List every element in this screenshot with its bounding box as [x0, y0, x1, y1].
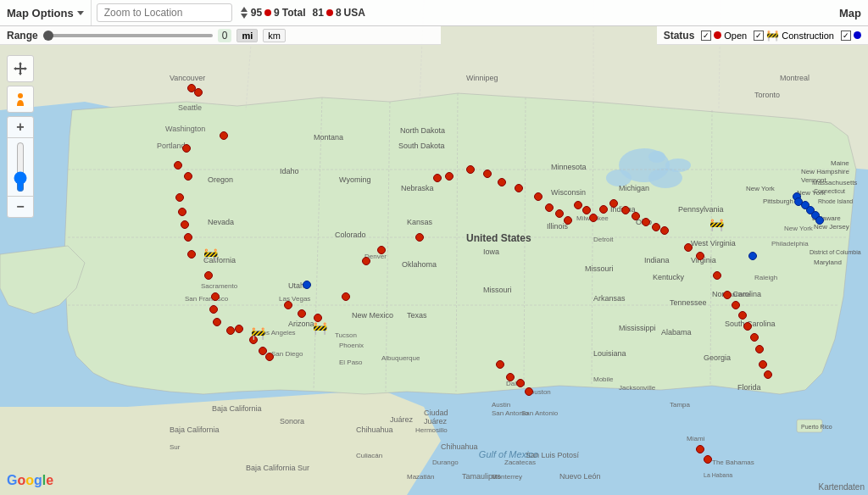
marker-red[interactable] — [534, 192, 542, 201]
open-checkbox[interactable]: ✓ — [701, 31, 711, 41]
marker-red[interactable] — [415, 233, 424, 242]
svg-text:Oregon: Oregon — [208, 175, 233, 184]
marker-red[interactable] — [696, 445, 704, 453]
search-input[interactable] — [97, 3, 232, 22]
marker-red[interactable] — [178, 208, 186, 216]
marker-red[interactable] — [750, 333, 759, 342]
marker-red[interactable] — [284, 301, 292, 309]
marker-red[interactable] — [684, 243, 693, 252]
marker-red[interactable] — [609, 199, 618, 208]
zoom-slider[interactable] — [14, 142, 26, 192]
marker-red[interactable] — [621, 206, 630, 214]
svg-text:Montana: Montana — [314, 133, 343, 142]
marker-red[interactable] — [574, 201, 582, 209]
marker-red[interactable] — [723, 291, 732, 299]
marker-red[interactable] — [498, 178, 506, 186]
marker-blue[interactable] — [748, 252, 757, 260]
marker-blue[interactable] — [303, 281, 311, 289]
svg-text:Montreal: Montreal — [780, 74, 810, 82]
marker-red[interactable] — [226, 326, 235, 335]
svg-text:North Dakota: North Dakota — [400, 126, 445, 135]
km-unit-button[interactable]: km — [263, 29, 286, 42]
svg-text:Sur: Sur — [170, 443, 181, 451]
status-construction-item[interactable]: ✓ 🚧 Construction — [754, 30, 834, 42]
marker-red[interactable] — [466, 165, 475, 174]
marker-red[interactable] — [184, 233, 192, 242]
marker-construction[interactable]: 🚧 — [251, 327, 265, 339]
marker-red[interactable] — [213, 318, 221, 326]
zoom-in-button[interactable]: + — [7, 117, 34, 137]
marker-red[interactable] — [265, 353, 274, 361]
marker-red[interactable] — [555, 209, 564, 218]
svg-text:Missouri: Missouri — [483, 286, 512, 294]
marker-red[interactable] — [652, 223, 660, 231]
unknown-checkbox[interactable]: ✓ — [841, 31, 851, 41]
svg-marker-132 — [14, 67, 16, 70]
marker-red[interactable] — [211, 292, 220, 301]
marker-construction[interactable]: 🚧 — [313, 322, 327, 334]
marker-red[interactable] — [525, 387, 533, 396]
pan-control[interactable] — [7, 55, 34, 82]
marker-red[interactable] — [377, 246, 386, 254]
svg-text:Hermosillo: Hermosillo — [415, 426, 448, 434]
construction-checkbox[interactable]: ✓ — [754, 31, 764, 41]
marker-red[interactable] — [298, 309, 306, 318]
open-dot — [714, 31, 721, 39]
marker-red[interactable] — [732, 301, 740, 309]
mi-unit-button[interactable]: mi — [236, 29, 258, 42]
marker-red[interactable] — [545, 203, 554, 212]
range-slider[interactable] — [43, 34, 213, 37]
marker-red[interactable] — [660, 226, 669, 235]
map-container[interactable]: Gulf of Mexico Oregon Nevada California … — [0, 0, 868, 495]
svg-text:District of Columbia: District of Columbia — [810, 249, 861, 255]
marker-red[interactable] — [759, 360, 767, 369]
marker-red[interactable] — [704, 455, 712, 464]
range-label: Range — [7, 30, 38, 42]
svg-text:Albuquerque: Albuquerque — [381, 354, 420, 362]
marker-red[interactable] — [204, 271, 213, 280]
marker-red[interactable] — [599, 205, 608, 214]
marker-red[interactable] — [182, 144, 191, 153]
marker-red[interactable] — [209, 305, 218, 314]
marker-red[interactable] — [515, 184, 523, 192]
marker-red[interactable] — [696, 252, 704, 260]
marker-red[interactable] — [181, 220, 189, 229]
marker-red[interactable] — [642, 218, 650, 226]
marker-red[interactable] — [589, 214, 598, 222]
marker-red[interactable] — [194, 88, 203, 97]
marker-construction[interactable]: 🚧 — [709, 219, 724, 231]
marker-red[interactable] — [755, 345, 764, 353]
marker-red[interactable] — [713, 271, 721, 280]
status-unknown-item[interactable]: ✓ — [841, 31, 861, 41]
street-view-control[interactable] — [7, 86, 34, 113]
marker-red[interactable] — [433, 174, 442, 182]
marker-red[interactable] — [496, 360, 504, 369]
marker-red[interactable] — [184, 172, 192, 181]
marker-red[interactable] — [516, 379, 525, 387]
marker-red[interactable] — [342, 292, 350, 301]
down-arrow[interactable] — [241, 14, 248, 19]
status-open-item[interactable]: ✓ Open — [701, 31, 747, 41]
marker-red[interactable] — [483, 170, 492, 178]
marker-red[interactable] — [220, 131, 228, 140]
marker-blue[interactable] — [815, 216, 824, 225]
marker-red[interactable] — [445, 172, 453, 181]
marker-red[interactable] — [235, 325, 243, 333]
marker-red[interactable] — [174, 161, 182, 170]
marker-red[interactable] — [187, 250, 196, 259]
svg-text:Philadelphia: Philadelphia — [771, 240, 809, 248]
marker-red[interactable] — [506, 373, 515, 381]
marker-red[interactable] — [564, 216, 572, 225]
open-label: Open — [724, 31, 747, 41]
marker-red[interactable] — [632, 212, 640, 220]
marker-red[interactable] — [738, 311, 747, 320]
marker-red[interactable] — [175, 193, 184, 202]
marker-red[interactable] — [764, 370, 772, 379]
zoom-out-button[interactable]: − — [7, 197, 34, 217]
marker-red[interactable] — [743, 322, 752, 331]
map-options-button[interactable]: Map Options — [0, 0, 92, 25]
marker-red[interactable] — [362, 257, 370, 265]
svg-text:Vermont: Vermont — [801, 176, 827, 184]
marker-construction[interactable]: 🚧 — [203, 248, 218, 260]
svg-text:Miami: Miami — [687, 435, 705, 442]
